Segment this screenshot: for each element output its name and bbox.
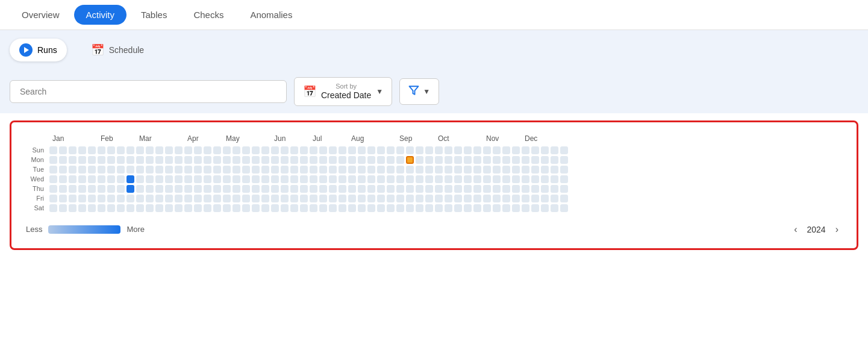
month-label-dec: Dec xyxy=(525,134,573,143)
cell xyxy=(213,166,221,174)
cell xyxy=(358,166,366,174)
cell xyxy=(300,185,308,193)
schedule-label: Schedule xyxy=(109,45,144,55)
cell xyxy=(290,156,298,164)
filter-button[interactable]: ▼ xyxy=(399,78,439,105)
cell xyxy=(493,204,501,212)
cell xyxy=(184,166,192,174)
cell xyxy=(175,175,183,183)
cell xyxy=(473,204,481,212)
cell xyxy=(493,195,501,202)
cell xyxy=(49,175,57,183)
runs-button[interactable]: Runs xyxy=(10,39,67,61)
cell xyxy=(88,156,96,164)
cell xyxy=(281,146,289,154)
cell xyxy=(184,195,192,202)
toolbar: 📅 Sort by Created Date ▼ ▼ xyxy=(0,70,868,113)
tab-checks[interactable]: Checks xyxy=(181,0,236,30)
cell xyxy=(329,195,337,202)
cell xyxy=(281,175,289,183)
legend-less-label: Less xyxy=(26,225,42,234)
cell xyxy=(59,204,67,212)
cell xyxy=(233,185,240,193)
cell xyxy=(107,156,115,164)
cell xyxy=(204,166,211,174)
cell xyxy=(425,166,433,174)
cell xyxy=(300,166,308,174)
cell xyxy=(464,156,472,164)
cell xyxy=(560,185,568,193)
cell xyxy=(59,156,67,164)
cell xyxy=(126,166,134,174)
tab-tables[interactable]: Tables xyxy=(129,0,179,30)
cell xyxy=(396,195,404,202)
cell xyxy=(445,204,452,212)
cell xyxy=(319,204,327,212)
cell xyxy=(416,185,423,193)
month-label-aug: Aug xyxy=(351,134,399,143)
cell xyxy=(155,195,163,202)
cell xyxy=(348,146,356,154)
cell xyxy=(223,156,231,164)
cell xyxy=(146,195,154,202)
cell xyxy=(165,204,173,212)
cell xyxy=(69,156,76,164)
cell xyxy=(165,146,173,154)
cell xyxy=(98,204,105,212)
search-input[interactable] xyxy=(10,80,287,103)
cell xyxy=(425,195,433,202)
cell xyxy=(98,156,105,164)
cell xyxy=(512,146,520,154)
cell xyxy=(107,195,115,202)
schedule-button[interactable]: 📅 Schedule xyxy=(81,39,154,61)
year-next-button[interactable]: › xyxy=(832,223,842,236)
cell xyxy=(281,185,289,193)
cell xyxy=(502,195,510,202)
cell xyxy=(473,175,481,183)
cell xyxy=(473,195,481,202)
cell xyxy=(396,156,404,164)
tab-anomalies[interactable]: Anomalies xyxy=(238,0,304,30)
cell xyxy=(117,204,125,212)
cell xyxy=(531,146,539,154)
cell xyxy=(281,156,289,164)
cell xyxy=(387,146,395,154)
cell xyxy=(445,185,452,193)
calendar-row-thu: Thu xyxy=(26,185,842,193)
cell xyxy=(49,195,57,202)
cell xyxy=(126,156,134,164)
cell xyxy=(59,195,67,202)
cell xyxy=(560,204,568,212)
tab-overview[interactable]: Overview xyxy=(10,0,72,30)
cell xyxy=(483,175,491,183)
cell xyxy=(300,175,308,183)
cell xyxy=(339,185,346,193)
cell xyxy=(88,195,96,202)
cell xyxy=(49,156,57,164)
cell xyxy=(531,204,539,212)
cell xyxy=(502,204,510,212)
cell xyxy=(88,146,96,154)
cell xyxy=(69,195,76,202)
cell xyxy=(358,156,366,164)
tab-activity[interactable]: Activity xyxy=(74,5,127,25)
cell xyxy=(396,185,404,193)
cell xyxy=(213,156,221,164)
cell xyxy=(493,175,501,183)
cell xyxy=(483,204,491,212)
cell xyxy=(551,146,558,154)
cell xyxy=(213,175,221,183)
sort-button[interactable]: 📅 Sort by Created Date ▼ xyxy=(294,77,392,106)
cell xyxy=(242,146,250,154)
day-cells-sat xyxy=(49,204,568,212)
cell xyxy=(252,204,260,212)
cell xyxy=(59,146,67,154)
day-cells-tue xyxy=(49,166,568,174)
cell xyxy=(107,175,115,183)
year-prev-button[interactable]: ‹ xyxy=(790,223,801,236)
cell xyxy=(155,166,163,174)
legend-more-label: More xyxy=(126,225,145,234)
cell xyxy=(416,166,423,174)
cell xyxy=(435,146,443,154)
cell xyxy=(464,204,472,212)
